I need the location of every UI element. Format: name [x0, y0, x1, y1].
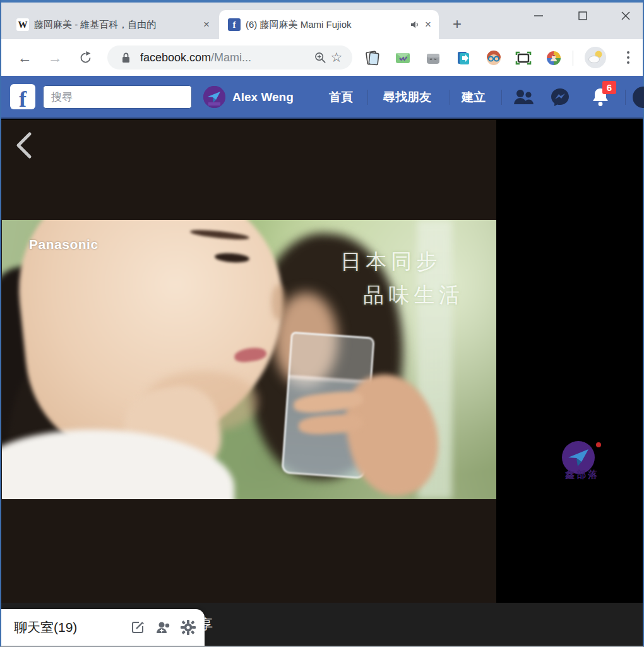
chat-settings-gear-icon[interactable] [176, 615, 201, 640]
toolbar-divider [573, 51, 573, 66]
notification-badge: 6 [602, 81, 616, 94]
bookmark-star-icon[interactable]: ☆ [328, 50, 345, 65]
back-button[interactable]: ← [15, 48, 34, 67]
url-text: facebook.com/Mami... [140, 51, 312, 64]
address-bar[interactable]: facebook.com/Mami... ☆ [107, 45, 352, 70]
send-page-extension-icon[interactable] [455, 49, 472, 66]
tab-facebook-active[interactable]: f (6) 藤岡麻美 Mami Fujiok × [219, 10, 439, 39]
facebook-logo[interactable]: f [10, 84, 35, 109]
user-avatar[interactable] [203, 86, 225, 108]
watermark-red-dot [596, 442, 601, 447]
ad-caption-line2: 品味生活 [363, 279, 464, 312]
ad-caption: 日本同步 品味生活 [340, 245, 464, 312]
previous-photo-chevron-icon[interactable] [9, 129, 39, 162]
lock-icon[interactable] [117, 52, 134, 63]
facebook-logo-letter: f [19, 90, 27, 109]
tab-close-icon[interactable]: × [200, 18, 213, 32]
mailtrack-extension-icon[interactable] [394, 49, 411, 66]
facebook-favicon-icon: f [228, 18, 241, 31]
tab-wikipedia[interactable]: W 藤岡麻美 - 維基百科，自由的 × [8, 10, 217, 39]
zoom-icon[interactable] [312, 52, 328, 64]
tab-audio-icon[interactable] [408, 20, 421, 30]
screen-capture-extension-icon[interactable] [515, 49, 532, 66]
window-top-border [1, 0, 643, 3]
ad-caption-line1: 日本同步 [340, 245, 464, 279]
new-message-icon[interactable] [125, 615, 150, 640]
girl-avatar-extension-icon[interactable] [485, 49, 502, 66]
friend-requests-icon[interactable] [513, 87, 534, 108]
facebook-navbar: f Alex Weng 首頁 尋找朋友 建立 [1, 76, 643, 119]
nav-divider [367, 90, 368, 105]
theater-background: Panasonic 日本同步 品味生活 [1, 120, 496, 603]
messenger-icon[interactable] [549, 87, 571, 108]
panasonic-logo-text: Panasonic [29, 237, 98, 252]
chat-room-label[interactable]: 聊天室(19) [14, 619, 125, 636]
tab-title: (6) 藤岡麻美 Mami Fujiok [246, 19, 406, 31]
pocket-extension-icon[interactable] [424, 49, 441, 66]
chrome-menu-icon[interactable] [620, 48, 636, 67]
nav-divider [625, 90, 626, 105]
window-minimize-button[interactable] [524, 5, 553, 27]
profile-link[interactable]: Alex Weng [232, 76, 294, 119]
forward-button[interactable]: → [45, 48, 64, 67]
nav-divider [450, 90, 450, 105]
tab-title: 藤岡麻美 - 維基百科，自由的 [34, 19, 197, 31]
nav-divider [501, 90, 502, 105]
browser-toolbar: ← → facebook.com/Mami... [1, 39, 643, 76]
nav-create-link[interactable]: 建立 [462, 76, 486, 119]
photo-nose-shading [271, 284, 286, 320]
add-friend-to-chat-icon[interactable] [150, 615, 176, 640]
nav-find-friends-link[interactable]: 尋找朋友 [383, 76, 431, 119]
window-close-button[interactable] [611, 5, 640, 27]
photo-panasonic-ad[interactable]: Panasonic 日本同步 品味生活 [2, 220, 496, 499]
browser-window: W 藤岡麻美 - 維基百科，自由的 × f (6) 藤岡麻美 Mami Fuji… [0, 0, 644, 647]
watermark-text: 鑫部落 [557, 469, 607, 481]
reload-button[interactable] [76, 48, 95, 67]
chrome-profile-avatar[interactable] [585, 47, 606, 68]
chat-sidebar-bar[interactable]: 聊天室(19) [1, 609, 205, 646]
wikipedia-favicon-icon: W [16, 18, 29, 31]
help-icon[interactable] [633, 87, 644, 108]
color-wheel-extension-icon[interactable] [545, 49, 562, 66]
nav-home-link[interactable]: 首頁 [329, 76, 353, 119]
new-tab-button[interactable]: + [447, 14, 467, 34]
tab-close-icon[interactable]: × [421, 18, 435, 32]
blog-watermark: 鑫部落 [557, 441, 607, 483]
tab-strip: W 藤岡麻美 - 維基百科，自由的 × f (6) 藤岡麻美 Mami Fuji… [1, 0, 643, 39]
window-maximize-button[interactable] [568, 5, 597, 27]
search-input[interactable] [44, 91, 192, 104]
photo-viewer: Panasonic 日本同步 品味生活 鑫部落 分享 聊天室(19) [1, 120, 643, 646]
facebook-search[interactable] [43, 85, 192, 109]
notes-extension-icon[interactable] [364, 49, 381, 66]
